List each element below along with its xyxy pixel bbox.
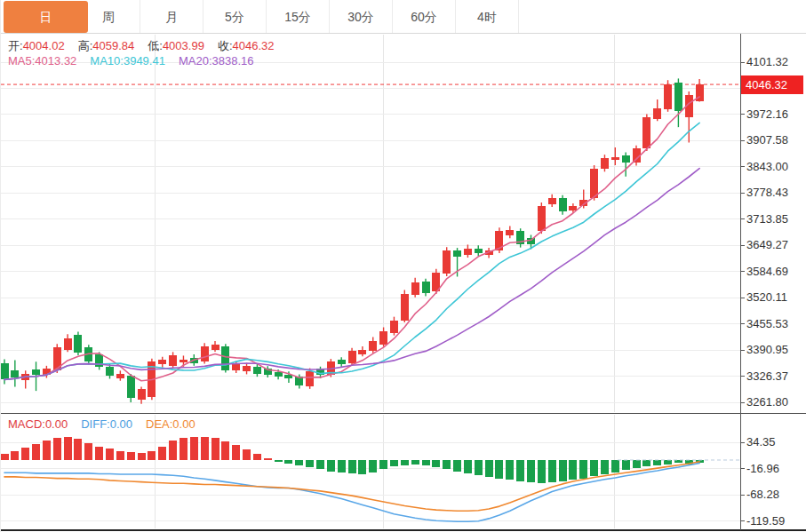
macd-bar[interactable] bbox=[422, 460, 430, 465]
macd-bar[interactable] bbox=[358, 460, 366, 474]
candle[interactable] bbox=[180, 360, 188, 363]
candle[interactable] bbox=[411, 282, 419, 295]
candle[interactable] bbox=[358, 350, 366, 354]
macd-bar[interactable] bbox=[11, 451, 19, 460]
macd-bar[interactable] bbox=[495, 460, 503, 479]
macd-bar[interactable] bbox=[253, 454, 261, 460]
macd-bar[interactable] bbox=[411, 460, 419, 465]
macd-bar[interactable] bbox=[401, 460, 409, 465]
candle[interactable] bbox=[642, 117, 650, 148]
macd-bar[interactable] bbox=[506, 460, 514, 480]
candle[interactable] bbox=[379, 331, 387, 345]
candle[interactable] bbox=[443, 250, 451, 274]
macd-bar[interactable] bbox=[390, 460, 398, 466]
timeframe-tab-15min[interactable]: 15分 bbox=[267, 0, 330, 33]
candle[interactable] bbox=[127, 376, 135, 398]
macd-bar[interactable] bbox=[306, 460, 314, 467]
macd-bar[interactable] bbox=[201, 437, 209, 460]
candle[interactable] bbox=[348, 351, 356, 362]
macd-bar[interactable] bbox=[232, 445, 240, 460]
candle[interactable] bbox=[538, 206, 546, 231]
macd-bar[interactable] bbox=[579, 460, 587, 479]
macd-bar[interactable] bbox=[43, 441, 51, 460]
candle[interactable] bbox=[275, 372, 283, 377]
macd-bar[interactable] bbox=[548, 460, 556, 482]
macd-bar[interactable] bbox=[190, 437, 198, 460]
macd-bar[interactable] bbox=[158, 447, 166, 460]
macd-bar[interactable] bbox=[538, 460, 546, 483]
timeframe-tab-30min[interactable]: 30分 bbox=[330, 0, 393, 33]
macd-bar[interactable] bbox=[369, 460, 377, 472]
candle[interactable] bbox=[475, 249, 483, 253]
candle[interactable] bbox=[306, 371, 314, 386]
candle[interactable] bbox=[453, 250, 461, 256]
candle[interactable] bbox=[106, 367, 114, 376]
macd-bar[interactable] bbox=[32, 444, 40, 460]
candle[interactable] bbox=[221, 346, 229, 370]
macd-bar[interactable] bbox=[74, 439, 82, 460]
candle[interactable] bbox=[390, 321, 398, 334]
candle[interactable] bbox=[548, 198, 556, 204]
macd-bar[interactable] bbox=[243, 449, 251, 460]
macd-bar[interactable] bbox=[527, 460, 535, 482]
macd-bar[interactable] bbox=[633, 460, 641, 468]
candle[interactable] bbox=[138, 389, 146, 400]
candle[interactable] bbox=[653, 108, 661, 118]
candle[interactable] bbox=[243, 366, 251, 371]
macd-bar[interactable] bbox=[169, 441, 177, 460]
candle[interactable] bbox=[506, 230, 514, 236]
candle[interactable] bbox=[232, 364, 240, 370]
timeframe-tab-month[interactable]: 月 bbox=[140, 0, 203, 33]
macd-bar[interactable] bbox=[664, 460, 672, 465]
macd-bar[interactable] bbox=[106, 449, 114, 460]
macd-bar[interactable] bbox=[611, 460, 619, 472]
candle[interactable] bbox=[369, 341, 377, 352]
macd-bar[interactable] bbox=[84, 443, 92, 460]
macd-bar[interactable] bbox=[127, 452, 135, 460]
candle[interactable] bbox=[32, 369, 40, 374]
macd-bar[interactable] bbox=[453, 460, 461, 472]
macd-bar[interactable] bbox=[590, 460, 598, 476]
timeframe-tab-4hour[interactable]: 4时 bbox=[456, 0, 519, 33]
candle[interactable] bbox=[158, 360, 166, 364]
candle[interactable] bbox=[1, 363, 9, 379]
candle[interactable] bbox=[601, 158, 609, 169]
timeframe-tab-5min[interactable]: 5分 bbox=[203, 0, 267, 33]
macd-bar[interactable] bbox=[295, 460, 303, 465]
macd-bar[interactable] bbox=[516, 460, 524, 481]
candle[interactable] bbox=[11, 370, 19, 377]
macd-bar[interactable] bbox=[653, 460, 661, 465]
candle[interactable] bbox=[611, 157, 619, 160]
macd-bar[interactable] bbox=[180, 438, 188, 460]
candle[interactable] bbox=[338, 360, 346, 364]
macd-bar[interactable] bbox=[464, 460, 472, 473]
macd-bar[interactable] bbox=[275, 460, 283, 462]
candle[interactable] bbox=[559, 198, 567, 211]
macd-bar[interactable] bbox=[148, 451, 156, 460]
macd-bar[interactable] bbox=[443, 460, 451, 469]
macd-bar[interactable] bbox=[432, 460, 440, 467]
macd-bar[interactable] bbox=[569, 460, 577, 480]
macd-bar[interactable] bbox=[348, 460, 356, 473]
macd-bar[interactable] bbox=[327, 460, 335, 472]
macd-bar[interactable] bbox=[379, 460, 387, 469]
candle[interactable] bbox=[464, 249, 472, 255]
macd-bar[interactable] bbox=[53, 438, 61, 460]
macd-bar[interactable] bbox=[642, 460, 650, 466]
macd-bar[interactable] bbox=[1, 454, 9, 460]
candle[interactable] bbox=[169, 355, 177, 366]
candle[interactable] bbox=[590, 169, 598, 198]
macd-bar[interactable] bbox=[475, 460, 483, 475]
timeframe-tab-day[interactable]: 日 bbox=[4, 1, 88, 33]
macd-bar[interactable] bbox=[221, 441, 229, 460]
candle[interactable] bbox=[201, 346, 209, 361]
candle[interactable] bbox=[401, 294, 409, 321]
candle[interactable] bbox=[211, 345, 219, 349]
macd-bar[interactable] bbox=[622, 460, 630, 470]
candle[interactable] bbox=[422, 282, 430, 293]
macd-bar[interactable] bbox=[559, 460, 567, 481]
macd-bar[interactable] bbox=[95, 447, 103, 460]
candle[interactable] bbox=[674, 83, 682, 111]
macd-bar[interactable] bbox=[338, 460, 346, 472]
candle[interactable] bbox=[116, 374, 124, 378]
